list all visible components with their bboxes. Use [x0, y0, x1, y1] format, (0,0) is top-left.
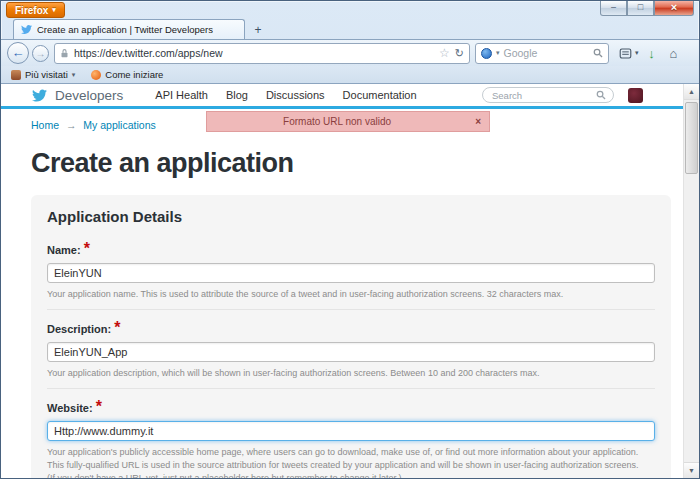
new-tab-button[interactable]: +: [248, 23, 268, 39]
tab-title: Create an application | Twitter Develope…: [37, 24, 213, 35]
site-search-box: [482, 87, 614, 103]
required-asterisk: *: [96, 398, 102, 415]
maximize-button[interactable]: □: [627, 1, 654, 16]
twitter-favicon-icon: [21, 24, 32, 35]
getting-started-icon: [91, 70, 101, 80]
scroll-down-button[interactable]: ▼: [684, 462, 699, 478]
twitter-bird-icon: [31, 88, 48, 103]
search-engine-caret-icon[interactable]: ▾: [496, 49, 500, 57]
brand-name: Developers: [55, 88, 123, 103]
firefox-menu-button[interactable]: Firefox ▾: [6, 2, 65, 18]
site-nav: API Health Blog Discussions Documentatio…: [155, 89, 416, 101]
browser-search-box[interactable]: ▾ Google: [475, 43, 609, 64]
application-details-panel: Application Details Name:* Your applicat…: [31, 195, 671, 478]
alert-close-icon[interactable]: ×: [467, 116, 489, 127]
bookmark-star-icon[interactable]: ☆: [439, 47, 450, 59]
web-page: Developers API Health Blog Discussions D…: [1, 84, 683, 478]
toolbar-buttons: ▾ ↓ ⌂: [616, 44, 683, 62]
browser-window: Firefox ▾ – □ × Create an application | …: [0, 0, 700, 479]
name-label: Name:: [47, 244, 81, 256]
page-scrollbar[interactable]: ▲ ▼: [683, 84, 699, 478]
scrollbar-thumb[interactable]: [685, 102, 698, 174]
website-help-note: (If you don't have a URL yet, just put a…: [47, 472, 655, 478]
bookmarks-menu-button[interactable]: [616, 44, 634, 62]
field-group-name: Name:* Your application name. This is us…: [47, 231, 655, 310]
description-label: Description:: [47, 323, 111, 335]
name-input[interactable]: [47, 263, 655, 283]
search-icon[interactable]: [596, 90, 606, 100]
reload-icon[interactable]: ↻: [455, 48, 464, 59]
website-label: Website:: [47, 402, 93, 414]
scroll-up-button[interactable]: ▲: [684, 84, 699, 100]
bookmark-label: Più visitati: [25, 69, 68, 80]
nav-item-discussions[interactable]: Discussions: [266, 89, 325, 101]
bookmarks-bar: Più visitati ▾ Come iniziare: [1, 66, 699, 83]
section-title: Application Details: [47, 208, 655, 225]
url-text: https://dev.twitter.com/apps/new: [74, 47, 434, 59]
browser-tab[interactable]: Create an application | Twitter Develope…: [13, 19, 245, 39]
url-bar[interactable]: https://dev.twitter.com/apps/new ☆ ↻: [54, 43, 470, 64]
search-engine-label: Google: [504, 47, 589, 59]
back-button[interactable]: ←: [7, 42, 29, 64]
forward-button[interactable]: →: [32, 45, 49, 62]
website-help-text: Your application's publicly accessible h…: [47, 446, 655, 472]
description-input[interactable]: [47, 342, 655, 362]
url-validation-alert: Formato URL non valido ×: [206, 111, 490, 132]
close-button[interactable]: ×: [654, 1, 694, 16]
bookmark-item-getting-started[interactable]: Come iniziare: [91, 69, 163, 80]
bookmark-item-most-visited[interactable]: Più visitati ▾: [11, 69, 75, 80]
minimize-button[interactable]: –: [600, 1, 627, 16]
title-bar: Firefox ▾ – □ ×: [1, 1, 699, 19]
search-icon[interactable]: [593, 48, 603, 58]
bookmark-label: Come iniziare: [105, 69, 163, 80]
chevron-down-icon: ▾: [52, 6, 56, 14]
window-controls: – □ ×: [600, 1, 694, 16]
navigation-toolbar: ← → https://dev.twitter.com/apps/new ☆ ↻…: [1, 39, 699, 66]
nav-item-documentation[interactable]: Documentation: [343, 89, 417, 101]
website-input[interactable]: [47, 421, 655, 441]
field-group-website: Website:* Your application's publicly ac…: [47, 389, 655, 478]
breadcrumb-separator-icon: →: [66, 119, 77, 131]
breadcrumb-my-applications-link[interactable]: My applications: [83, 119, 155, 131]
site-header: Developers API Health Blog Discussions D…: [1, 84, 683, 109]
avatar[interactable]: [628, 88, 643, 103]
bookmarks-icon: [619, 47, 632, 60]
field-group-description: Description:* Your application descripti…: [47, 310, 655, 389]
bookmarks-caret-icon[interactable]: ▾: [635, 49, 639, 57]
chevron-down-icon: ▾: [72, 71, 76, 79]
site-search-input[interactable]: [490, 89, 596, 102]
twitter-developers-logo[interactable]: Developers: [31, 88, 123, 103]
browser-viewport: Developers API Health Blog Discussions D…: [1, 83, 699, 478]
required-asterisk: *: [114, 319, 120, 336]
required-asterisk: *: [84, 240, 90, 257]
alert-message: Formato URL non valido: [207, 116, 467, 127]
breadcrumb-home-link[interactable]: Home: [31, 119, 59, 131]
nav-item-blog[interactable]: Blog: [226, 89, 248, 101]
page-title: Create an application: [31, 148, 683, 179]
downloads-button[interactable]: ↓: [643, 44, 661, 62]
nav-item-api-health[interactable]: API Health: [155, 89, 208, 101]
firefox-menu-label: Firefox: [15, 5, 48, 16]
google-favicon-icon: [481, 48, 492, 59]
most-visited-icon: [11, 70, 21, 80]
description-help-text: Your application description, which will…: [47, 367, 655, 380]
home-button[interactable]: ⌂: [665, 44, 683, 62]
lock-icon: [60, 48, 69, 58]
name-help-text: Your application name. This is used to a…: [47, 288, 655, 301]
tab-bar: Create an application | Twitter Develope…: [1, 19, 699, 39]
